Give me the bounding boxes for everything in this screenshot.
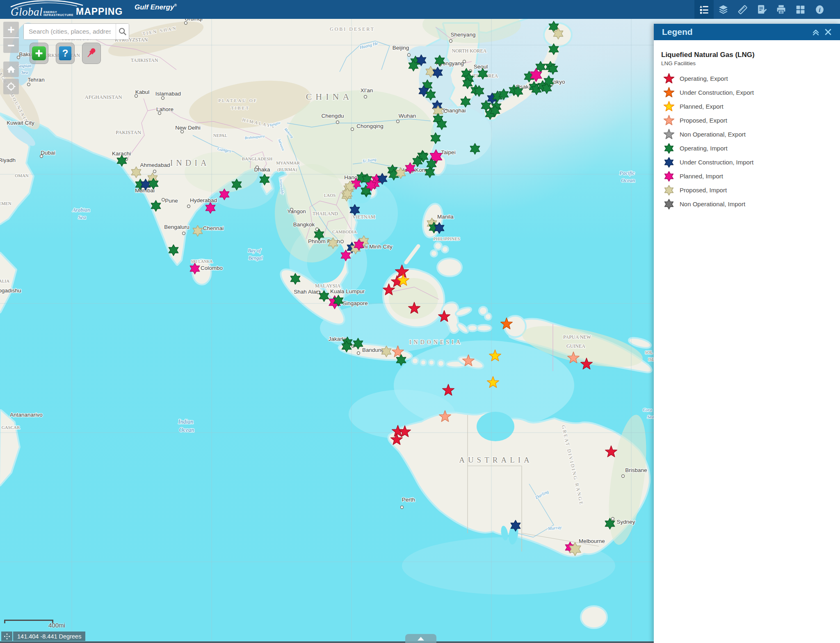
app-header: Global ENERGY INFRASTRUCTURE MAPPING Gul… xyxy=(0,0,840,19)
map-label: Sea xyxy=(647,414,654,419)
map-city-label: Shenyang xyxy=(451,32,476,38)
toolbar-report-button[interactable] xyxy=(752,0,772,19)
map-city-label: Sydney xyxy=(616,519,635,525)
city-dot xyxy=(408,54,411,57)
map-city-label: Chennai xyxy=(203,225,224,231)
toolbar-legend-button[interactable] xyxy=(694,0,714,19)
toolbar-basemap-button[interactable] xyxy=(791,0,810,19)
search-bar xyxy=(23,23,129,40)
city-dot xyxy=(40,155,43,158)
map-city-label: XI'an xyxy=(361,87,373,93)
map-city-label: Beijing xyxy=(393,45,409,51)
search-button[interactable] xyxy=(116,24,129,39)
map-label: MALAYSIA xyxy=(315,283,341,289)
map-city-label: Dubai xyxy=(41,150,55,156)
map-label: INDONESIA xyxy=(409,339,463,345)
map-label: VIETNAM xyxy=(352,214,375,220)
toolbar-info-button[interactable]: i xyxy=(810,0,829,19)
map-label: MYANMAR xyxy=(276,160,300,165)
add-feature-button[interactable] xyxy=(30,43,48,64)
close-x-icon xyxy=(824,28,832,36)
legend-item-label: Under Construction, Import xyxy=(680,159,753,166)
city-dot xyxy=(401,506,404,509)
legend-star-icon xyxy=(663,156,675,168)
map-label: CAMBODIA xyxy=(332,229,357,234)
legend-panel-header: Legend xyxy=(654,24,840,40)
search-icon xyxy=(118,27,127,36)
legend-section-subtitle: LNG Facilities xyxy=(661,60,833,66)
map-label: Arabian xyxy=(72,207,90,213)
map-label: Sea xyxy=(21,70,28,75)
home-button[interactable] xyxy=(3,62,19,77)
legend-star-icon xyxy=(663,72,675,84)
map-label: Bay of xyxy=(248,248,262,253)
locate-button[interactable] xyxy=(3,79,19,94)
zoom-in-button[interactable]: + xyxy=(3,22,19,37)
legend-item-label: Non Operational, Export xyxy=(680,131,746,138)
legend-item: Non Operational, Import xyxy=(663,197,833,211)
locate-icon xyxy=(6,82,16,91)
pan-crosshair-icon[interactable] xyxy=(1,632,12,641)
city-dot xyxy=(612,518,614,520)
logo-energy: ENERGY xyxy=(43,11,73,14)
legend-item-label: Non Operational, Import xyxy=(680,201,745,207)
ruler-icon xyxy=(737,4,748,15)
legend-item: Proposed, Export xyxy=(663,113,833,127)
chevron-double-up-icon xyxy=(811,27,820,36)
map-label: SRI LANKA xyxy=(191,259,213,264)
map-label: PLATEAU OF xyxy=(218,98,258,103)
map-city-label: New Delhi xyxy=(175,125,201,131)
legend-item-label: Proposed, Import xyxy=(680,187,727,194)
help-button[interactable]: ? xyxy=(56,43,75,64)
map-label: TAJIKISTAN xyxy=(131,57,158,63)
city-dot xyxy=(351,128,354,131)
info-icon: i xyxy=(814,4,825,15)
grid-icon xyxy=(795,4,806,15)
pushpin-button[interactable] xyxy=(82,43,101,64)
city-dot xyxy=(622,475,625,478)
map-city-label: Kuala Lumpur xyxy=(330,288,365,294)
map-label: (BURMA) xyxy=(277,167,297,172)
city-dot xyxy=(162,198,165,201)
map-label: GOBI DESERT xyxy=(330,26,375,32)
map-city-label: ogadishu xyxy=(0,287,21,294)
map-city-label: Colombo xyxy=(201,265,223,271)
map-city-label: Chongqing xyxy=(356,123,383,129)
city-dot xyxy=(185,22,187,25)
svg-text:i: i xyxy=(819,6,821,13)
map-city-label: Pune xyxy=(165,198,178,204)
city-dot xyxy=(187,205,190,208)
logo-infrastructure: INFRASTRUCTURE xyxy=(43,14,73,16)
legend-item: Planned, Export xyxy=(663,99,833,113)
printer-icon xyxy=(776,4,787,15)
legend-star-icon xyxy=(663,128,675,140)
map-star-pr_im[interactable] xyxy=(193,226,202,237)
toolbar-print-button[interactable] xyxy=(772,0,791,19)
map-star-pl_im[interactable] xyxy=(205,203,215,214)
city-dot xyxy=(341,240,344,243)
map-label: PAKISTAN xyxy=(116,129,142,135)
search-input[interactable] xyxy=(24,24,116,39)
map-label: Pacific xyxy=(619,170,635,176)
legend-item: Non Operational, Export xyxy=(663,127,833,141)
layers-icon xyxy=(718,4,729,15)
map-label: LAOS xyxy=(324,193,336,198)
zoom-out-button[interactable]: − xyxy=(3,37,19,53)
map-city-label: Chengdu xyxy=(322,113,344,119)
map-city-label: Antananarivo xyxy=(10,412,43,418)
toolbar-measure-button[interactable] xyxy=(733,0,752,19)
map-tool-buttons: ? xyxy=(30,43,101,64)
question-mark-icon: ? xyxy=(59,46,71,60)
legend-close-button[interactable] xyxy=(822,26,834,38)
legend-item: Operating, Export xyxy=(663,71,833,85)
legend-items: Operating, ExportUnder Construction, Exp… xyxy=(661,71,833,211)
toolbar-layers-button[interactable] xyxy=(714,0,733,19)
home-icon xyxy=(6,64,16,74)
map-city-label: Brisbane xyxy=(625,467,647,473)
scale-label: 400mi xyxy=(48,622,65,629)
legend-item-label: Proposed, Export xyxy=(680,117,727,124)
city-dot xyxy=(450,40,452,43)
map-label: INDIA xyxy=(170,158,210,167)
bottom-panel-expand-tab[interactable] xyxy=(405,634,436,643)
legend-collapse-button[interactable] xyxy=(810,26,822,38)
